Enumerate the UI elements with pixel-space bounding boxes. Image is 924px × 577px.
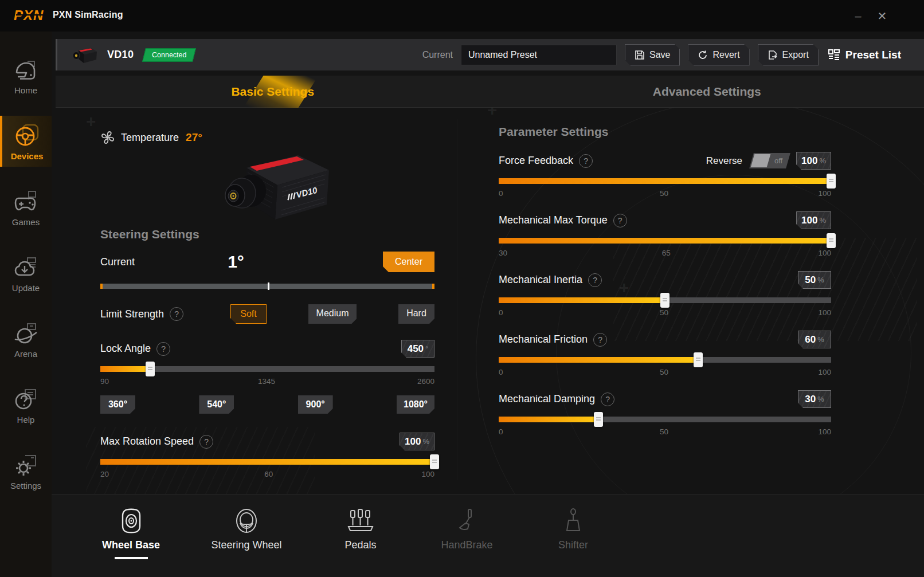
damping-label: Mechanical Damping xyxy=(499,393,595,405)
center-button[interactable]: Center xyxy=(383,252,434,272)
inertia-label: Mechanical Inertia xyxy=(499,274,582,286)
slider-group-inertia: Mechanical Inertia ? 50 % 0 50 100 xyxy=(499,271,831,317)
save-button[interactable]: Save xyxy=(625,44,680,66)
help-circle-icon[interactable]: ? xyxy=(613,214,627,227)
slider-fill xyxy=(499,178,831,184)
export-button[interactable]: Export xyxy=(758,44,819,66)
slider-handle[interactable] xyxy=(827,233,836,248)
slider-handle[interactable] xyxy=(146,362,155,376)
inertia-scale: 0 50 100 xyxy=(499,308,831,317)
damping-slider[interactable] xyxy=(499,417,831,422)
strip-accent xyxy=(56,39,57,70)
sidebar-item-label: Devices xyxy=(11,151,44,161)
limit-option-soft[interactable]: Soft xyxy=(230,304,267,324)
tab-basic-settings[interactable]: Basic Settings xyxy=(56,76,490,107)
force-feedback-slider[interactable] xyxy=(499,178,831,184)
device-tab-shifter[interactable]: Shifter xyxy=(546,507,601,559)
slider-handle[interactable] xyxy=(827,174,836,189)
max-rotation-speed-label: Max Rotation Speed xyxy=(100,435,194,448)
sidebar-item-label: Settings xyxy=(10,481,41,490)
limit-strength-options: Soft Medium Hard xyxy=(230,304,434,324)
gamepad-icon xyxy=(13,190,39,214)
sidebar-item-label: Arena xyxy=(14,349,37,359)
slider-handle[interactable] xyxy=(430,454,439,469)
save-icon xyxy=(635,50,645,60)
damping-value-box[interactable]: 30 % xyxy=(798,390,831,408)
help-circle-icon[interactable]: ? xyxy=(170,307,183,321)
slider-fill xyxy=(100,366,150,372)
lock-angle-row: Lock Angle ? 450 ° xyxy=(100,340,434,358)
preset-list-button[interactable]: Preset List xyxy=(828,49,901,61)
close-button[interactable]: ✕ xyxy=(874,8,891,24)
reverse-toggle[interactable]: off xyxy=(749,153,790,168)
slider-group-force-feedback: Force Feedback ? Reverse off 100 % xyxy=(499,152,831,198)
slider-handle[interactable] xyxy=(594,412,603,427)
max-torque-value-box[interactable]: 100 % xyxy=(796,211,831,229)
help-circle-icon[interactable]: ? xyxy=(601,392,614,406)
gear-icon xyxy=(13,453,39,477)
help-circle-icon[interactable]: ? xyxy=(579,154,593,168)
slider-group-damping: Mechanical Damping ? 30 % 0 50 100 xyxy=(499,390,831,436)
help-circle-icon[interactable]: ? xyxy=(156,342,170,356)
sidebar-item-home[interactable]: Home xyxy=(0,51,52,101)
preset-360-button[interactable]: 360° xyxy=(100,395,135,414)
force-feedback-label: Force Feedback xyxy=(499,155,573,167)
app-title: PXN SimRacing xyxy=(53,10,123,20)
tab-advanced-settings[interactable]: Advanced Settings xyxy=(490,76,924,107)
export-icon xyxy=(768,50,778,60)
device-thumbnail-icon xyxy=(72,46,98,64)
limit-option-hard[interactable]: Hard xyxy=(398,304,434,324)
preset-540-button[interactable]: 540° xyxy=(199,395,234,414)
fan-icon xyxy=(100,130,115,145)
sidebar-item-devices[interactable]: Devices xyxy=(0,116,52,167)
device-tab-wheel-base[interactable]: Wheel Base xyxy=(102,507,160,559)
device-tab-pedals[interactable]: Pedals xyxy=(333,507,388,559)
preset-list-icon xyxy=(828,49,840,61)
preset-name-input[interactable] xyxy=(461,45,617,65)
position-tick-left xyxy=(100,284,103,289)
steering-wheel-device-icon xyxy=(232,507,261,535)
toggle-state: off xyxy=(774,156,788,165)
sidebar-item-help[interactable]: Help xyxy=(0,379,52,430)
slider-handle[interactable] xyxy=(660,293,669,308)
lock-angle-presets: 360° 540° 900° 1080° xyxy=(100,395,434,414)
current-angle-value: 1° xyxy=(228,252,244,272)
max-torque-label: Mechanical Max Torque xyxy=(499,214,608,226)
settings-tabs: Basic Settings Advanced Settings xyxy=(56,76,924,108)
toggle-knob xyxy=(751,154,771,167)
max-rotation-value-box[interactable]: 100 % xyxy=(400,433,434,450)
sidebar-item-arena[interactable]: Arena xyxy=(0,313,52,364)
max-rotation-scale: 20 60 100 xyxy=(100,470,434,478)
device-tab-handbrake[interactable]: HandBrake xyxy=(440,507,495,559)
force-feedback-value-box[interactable]: 100 % xyxy=(796,152,831,170)
help-circle-icon[interactable]: ? xyxy=(199,435,213,449)
limit-option-medium[interactable]: Medium xyxy=(308,304,357,324)
parameter-settings-column: Parameter Settings Force Feedback ? Reve… xyxy=(499,108,831,436)
max-rotation-slider[interactable] xyxy=(100,459,434,465)
slider-handle[interactable] xyxy=(694,352,703,367)
preset-900-button[interactable]: 900° xyxy=(298,395,333,414)
preset-1080-button[interactable]: 1080° xyxy=(397,395,434,414)
help-circle-icon[interactable]: ? xyxy=(588,273,602,287)
friction-slider[interactable] xyxy=(499,357,831,363)
minimize-button[interactable]: – xyxy=(849,8,867,24)
lock-angle-value-box[interactable]: 450 ° xyxy=(401,340,434,358)
content-area: Temperature 27° VD xyxy=(56,108,924,494)
friction-value-box[interactable]: 60 % xyxy=(798,331,831,348)
sidebar-item-settings[interactable]: Settings xyxy=(0,445,52,496)
help-circle-icon[interactable]: ? xyxy=(593,333,607,347)
lock-angle-slider[interactable] xyxy=(100,366,434,372)
revert-button[interactable]: Revert xyxy=(688,44,749,66)
sidebar-item-update[interactable]: Update xyxy=(0,248,52,299)
inertia-slider[interactable] xyxy=(499,297,831,303)
sidebar: Home Devices Games Update xyxy=(0,32,52,577)
parameter-settings-title: Parameter Settings xyxy=(499,125,831,139)
position-center-marker xyxy=(268,282,269,290)
temperature-row: Temperature 27° xyxy=(100,130,434,145)
force-feedback-scale: 0 50 100 xyxy=(499,189,831,198)
max-torque-slider[interactable] xyxy=(499,238,831,244)
sidebar-item-games[interactable]: Games xyxy=(0,182,52,233)
inertia-value-box[interactable]: 50 % xyxy=(798,271,831,289)
device-tab-steering-wheel[interactable]: Steering Wheel xyxy=(212,507,282,559)
slider-fill xyxy=(100,459,434,465)
